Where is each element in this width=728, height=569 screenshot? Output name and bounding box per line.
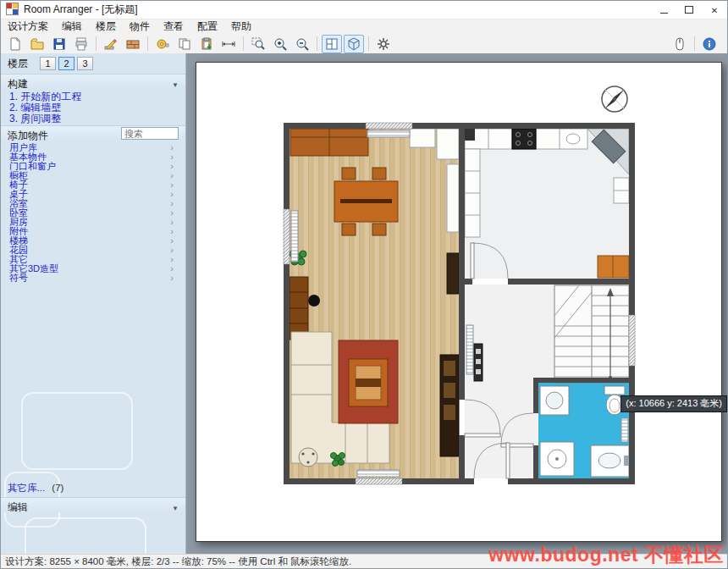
menu-objects[interactable]: 物件 <box>123 19 157 34</box>
add-objects-header: 添加物件 <box>1 125 185 141</box>
tape-measure-button[interactable] <box>152 35 173 53</box>
category-other-3d[interactable]: 其它3D造型 <box>1 264 185 273</box>
zoom-in-icon <box>273 37 287 51</box>
staircase[interactable] <box>554 285 629 383</box>
paste-icon <box>200 37 213 51</box>
about-button[interactable] <box>699 35 720 53</box>
toolbar-separator <box>368 36 369 51</box>
toolbar-separator <box>147 36 148 51</box>
menu-options[interactable]: 配置 <box>190 19 224 34</box>
close-button[interactable] <box>702 1 727 19</box>
plan-page[interactable] <box>196 62 722 542</box>
view-plan-button[interactable] <box>322 35 342 53</box>
toolbar-separator <box>96 36 97 51</box>
floors-label: 楼层 <box>8 57 28 71</box>
print-icon <box>74 37 88 51</box>
category-bathroom[interactable]: 浴室 <box>1 199 185 208</box>
toolbar-separator <box>694 36 695 51</box>
minimize-button[interactable] <box>651 1 676 19</box>
print-button[interactable] <box>71 35 91 53</box>
zoom-out-button[interactable] <box>292 35 312 53</box>
collapse-triangle-icon[interactable] <box>172 78 179 90</box>
menu-floors[interactable]: 楼层 <box>89 19 123 34</box>
maximize-button[interactable] <box>676 1 702 19</box>
category-garden[interactable]: 花园 <box>1 246 185 255</box>
shelf-left <box>465 149 480 237</box>
pencil-icon <box>104 37 118 51</box>
room-arranger-window: Room Arranger - [无标题] 设计方案 编辑 楼层 物件 查看 配… <box>0 0 728 569</box>
zoom-selection-icon <box>251 37 265 51</box>
add-objects-label: 添加物件 <box>8 130 48 141</box>
corner-sofa-top <box>290 129 368 156</box>
category-tables[interactable]: 桌子 <box>1 190 185 199</box>
toolbar <box>1 33 727 55</box>
sidebar: 楼层 1 2 3 构建 1. 开始新的工程 2. 编辑墙壁 3. 房间调整 添加… <box>1 53 186 554</box>
category-chairs[interactable]: 椅子 <box>1 180 185 190</box>
menu-design[interactable]: 设计方案 <box>1 19 55 34</box>
build-label: 构建 <box>8 78 28 90</box>
side-table <box>299 448 317 467</box>
fridge <box>437 129 459 159</box>
app-icon <box>6 3 19 18</box>
edit-label: 编辑 <box>8 501 28 513</box>
category-symbols[interactable]: 符号 <box>1 273 185 283</box>
menu-edit[interactable]: 编辑 <box>55 19 89 34</box>
kitchen-cabinet <box>410 129 435 147</box>
mouse-wheel-button[interactable] <box>670 35 690 53</box>
chevron-right-icon <box>170 273 174 283</box>
copy-button[interactable] <box>174 35 195 53</box>
paste-button[interactable] <box>196 35 217 53</box>
wall-shelf <box>447 164 459 232</box>
floor-plan[interactable] <box>196 63 721 541</box>
category-bedroom[interactable]: 卧室 <box>1 208 185 218</box>
edit-walls-button[interactable] <box>123 35 143 53</box>
radiator <box>466 325 473 374</box>
compass-icon[interactable] <box>602 86 627 112</box>
menu-view[interactable]: 查看 <box>157 19 190 34</box>
open-button[interactable] <box>27 35 47 53</box>
category-stairs[interactable]: 楼梯 <box>1 236 185 246</box>
edit-section-header[interactable]: 编辑 <box>1 497 185 512</box>
category-doors-windows[interactable]: 门口和窗户 <box>1 162 185 171</box>
more-libraries-row[interactable]: 其它库... (7) <box>8 482 63 494</box>
menu-help[interactable]: 帮助 <box>224 19 258 34</box>
search-input[interactable] <box>121 127 179 140</box>
column <box>465 129 475 141</box>
more-libraries-link[interactable]: 其它库... <box>8 483 45 493</box>
view-3d-button[interactable] <box>344 35 364 53</box>
build-steps: 1. 开始新的工程 2. 编辑墙壁 3. 房间调整 <box>1 89 185 125</box>
toolbar-separator <box>243 36 244 51</box>
shoe-rack <box>474 344 483 381</box>
sink <box>591 445 629 477</box>
category-kitchen[interactable]: 厨房 <box>1 218 185 227</box>
save-button[interactable] <box>49 35 69 53</box>
dark-cabinet <box>447 253 459 294</box>
new-button[interactable] <box>5 35 25 53</box>
dimensions-button[interactable] <box>218 35 239 53</box>
orange-cabinet <box>598 256 629 278</box>
save-icon <box>52 37 66 51</box>
stove <box>512 129 536 149</box>
coffee-table <box>349 359 388 406</box>
draw-walls-button[interactable] <box>101 35 121 53</box>
radiator <box>621 418 628 442</box>
new-document-icon <box>8 37 22 51</box>
more-libraries-count: (7) <box>52 483 63 493</box>
info-icon <box>703 37 716 51</box>
floor-button-2[interactable]: 2 <box>58 57 74 70</box>
collapse-triangle-icon[interactable] <box>172 501 179 513</box>
drawing-canvas[interactable]: (x: 10666 y: 2413 毫米) <box>186 53 727 554</box>
category-cabinets[interactable]: 橱柜 <box>1 171 185 180</box>
build-step-adjust-rooms[interactable]: 3. 房间调整 <box>1 113 185 124</box>
category-accessories[interactable]: 附件 <box>1 227 185 236</box>
zoom-selection-button[interactable] <box>248 35 268 53</box>
watermark: www.budog.net 不懂社区 <box>488 542 724 568</box>
settings-button[interactable] <box>373 35 394 53</box>
floor-button-3[interactable]: 3 <box>77 57 93 70</box>
minimize-icon <box>660 12 668 14</box>
floor-button-1[interactable]: 1 <box>40 57 56 70</box>
zoom-in-button[interactable] <box>270 35 290 53</box>
build-section-header[interactable]: 构建 <box>1 74 185 89</box>
plan-view-icon <box>325 37 339 51</box>
view-3d-icon <box>347 37 361 51</box>
